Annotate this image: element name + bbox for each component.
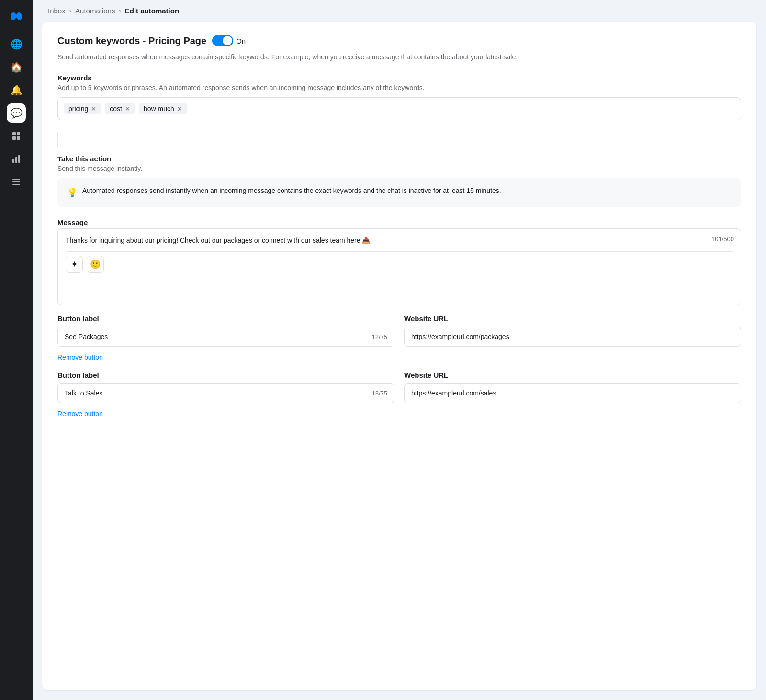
keywords-description: Add up to 5 keywords or phrases. An auto… xyxy=(57,84,741,91)
action-subtitle: Send this message instantly. xyxy=(57,165,741,172)
globe-icon[interactable]: 🌐 xyxy=(7,34,26,54)
message-toolbar: ✦ 🙂 xyxy=(66,251,733,273)
message-char-count: 101/500 xyxy=(711,236,734,243)
sidebar: 🌐 🏠 🔔 💬 xyxy=(0,0,33,700)
button-url-group-1: Website URL https://exampleurl.com/packa… xyxy=(404,315,741,347)
breadcrumb-sep-2: › xyxy=(119,7,121,14)
button-url-input-2[interactable]: https://exampleurl.com/sales xyxy=(404,383,741,403)
breadcrumb: Inbox › Automations › Edit automation xyxy=(33,0,766,22)
home-icon[interactable]: 🏠 xyxy=(7,57,26,77)
svg-rect-1 xyxy=(17,132,20,135)
button-label-title-2: Button label xyxy=(57,371,394,379)
remove-button-link-2[interactable]: Remove button xyxy=(57,410,103,418)
chat-icon[interactable]: 💬 xyxy=(7,103,26,123)
button-label-input-2[interactable]: Talk to Sales 13/75 xyxy=(57,383,394,403)
keyword-tag-label: cost xyxy=(110,105,122,113)
button-label-input-1[interactable]: See Packages 12/75 xyxy=(57,327,394,347)
action-section: Take this action Send this message insta… xyxy=(57,155,741,207)
keywords-title: Keywords xyxy=(57,74,741,82)
breadcrumb-automations[interactable]: Automations xyxy=(75,7,115,15)
message-title: Message xyxy=(57,218,741,226)
message-box[interactable]: Thanks for inquiring about our pricing! … xyxy=(57,228,741,305)
message-section: Message Thanks for inquiring about our p… xyxy=(57,218,741,305)
button-url-title-2: Website URL xyxy=(404,371,741,379)
keywords-input-box[interactable]: pricing ✕ cost ✕ how much ✕ xyxy=(57,97,741,120)
svg-rect-2 xyxy=(12,136,16,140)
message-text: Thanks for inquiring about our pricing! … xyxy=(66,236,733,246)
keyword-tag-howmuch: how much ✕ xyxy=(139,103,187,114)
button-label-value-2: Talk to Sales xyxy=(65,389,102,397)
button-label-value-1: See Packages xyxy=(65,333,108,340)
svg-rect-7 xyxy=(12,179,20,180)
keyword-tag-pricing: pricing ✕ xyxy=(64,103,101,114)
breadcrumb-inbox[interactable]: Inbox xyxy=(48,7,66,15)
svg-rect-9 xyxy=(12,184,20,185)
content-panel: Custom keywords - Pricing Page On Send a… xyxy=(42,22,756,690)
button-url-title-1: Website URL xyxy=(404,315,741,323)
button-fields-1: Button label See Packages 12/75 Website … xyxy=(57,315,741,347)
button-url-input-1[interactable]: https://exampleurl.com/packages xyxy=(404,327,741,347)
svg-rect-6 xyxy=(18,155,20,163)
button-label-title-1: Button label xyxy=(57,315,394,323)
breadcrumb-sep-1: › xyxy=(69,7,71,14)
button-fields-2: Button label Talk to Sales 13/75 Website… xyxy=(57,371,741,403)
grid-icon[interactable] xyxy=(7,126,26,146)
keyword-tag-label: pricing xyxy=(68,105,88,113)
section-divider xyxy=(57,132,58,147)
button-row-1: Button label See Packages 12/75 Website … xyxy=(57,315,741,361)
bell-icon[interactable]: 🔔 xyxy=(7,80,26,100)
meta-logo xyxy=(8,8,25,25)
button-url-group-2: Website URL https://exampleurl.com/sales xyxy=(404,371,741,403)
button-url-value-2: https://exampleurl.com/sales xyxy=(411,389,496,397)
main-content: Inbox › Automations › Edit automation Cu… xyxy=(33,0,766,700)
keyword-tag-label: how much xyxy=(144,105,174,113)
keyword-remove-cost[interactable]: ✕ xyxy=(125,106,130,112)
button-label-group-2: Button label Talk to Sales 13/75 xyxy=(57,371,394,403)
automation-toggle[interactable] xyxy=(212,35,233,46)
button-row-2: Button label Talk to Sales 13/75 Website… xyxy=(57,371,741,418)
keyword-remove-pricing[interactable]: ✕ xyxy=(91,106,96,112)
ai-assist-button[interactable]: ✦ xyxy=(66,256,83,273)
button-url-value-1: https://exampleurl.com/packages xyxy=(411,333,509,340)
svg-rect-5 xyxy=(15,157,17,163)
automation-description: Send automated responses when messages c… xyxy=(57,52,741,62)
breadcrumb-current: Edit automation xyxy=(125,7,179,15)
button-label-group-1: Button label See Packages 12/75 xyxy=(57,315,394,347)
button-label-count-2: 13/75 xyxy=(372,390,387,397)
menu-icon[interactable] xyxy=(7,172,26,192)
automation-header: Custom keywords - Pricing Page On xyxy=(57,35,741,46)
svg-rect-4 xyxy=(12,159,14,163)
chart-icon[interactable] xyxy=(7,149,26,169)
button-label-count-1: 12/75 xyxy=(372,333,387,340)
toggle-label: On xyxy=(236,37,246,45)
lightbulb-icon: 💡 xyxy=(67,186,78,199)
svg-rect-3 xyxy=(17,136,20,140)
toggle-container: On xyxy=(212,35,246,46)
emoji-button[interactable]: 🙂 xyxy=(87,256,104,273)
svg-rect-0 xyxy=(12,132,16,135)
remove-button-link-1[interactable]: Remove button xyxy=(57,353,103,361)
action-info-box: 💡 Automated responses send instantly whe… xyxy=(57,178,741,207)
keyword-remove-howmuch[interactable]: ✕ xyxy=(177,106,182,112)
automation-title: Custom keywords - Pricing Page xyxy=(57,35,206,46)
keyword-tag-cost: cost ✕ xyxy=(105,103,135,114)
action-info-text: Automated responses send instantly when … xyxy=(82,186,501,196)
action-title: Take this action xyxy=(57,155,741,163)
button-rows: Button label See Packages 12/75 Website … xyxy=(57,315,741,418)
keywords-section: Keywords Add up to 5 keywords or phrases… xyxy=(57,74,741,120)
svg-rect-8 xyxy=(12,181,20,182)
